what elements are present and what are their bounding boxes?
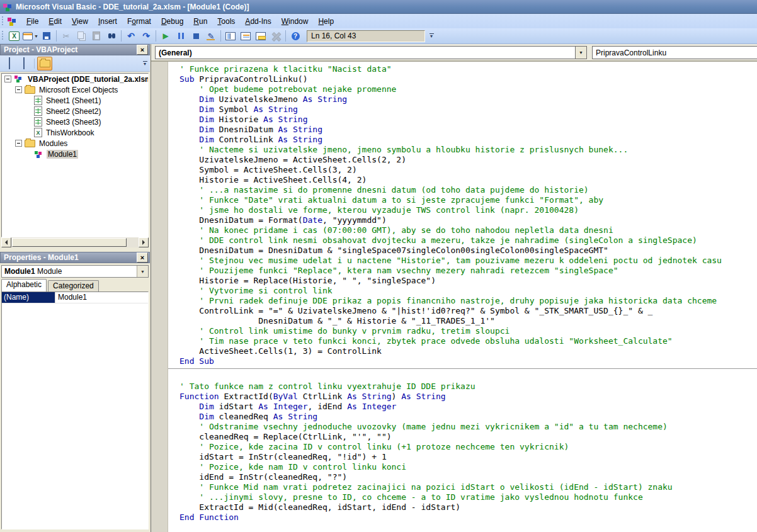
toolbar-separator (156, 30, 156, 42)
help-icon[interactable] (288, 30, 302, 42)
menu-help[interactable]: Help (313, 15, 339, 28)
tree-item-sheet2-sheet2[interactable]: Sheet2 (Sheet2) (2, 106, 148, 116)
object-dropdown-value: (General) (156, 48, 575, 57)
workbook-icon (34, 128, 42, 137)
tree-item-vbaproject-dde-tutorial-2a-xlsm[interactable]: VBAProject (DDE_tutorial_2a.xlsm) (2, 74, 148, 84)
menu-window[interactable]: Window (276, 15, 314, 28)
menu-run[interactable]: Run (188, 15, 212, 28)
project-explorer-icon[interactable] (224, 30, 237, 42)
code-line: ' Vytvorime si control link (179, 286, 757, 296)
menu-debug[interactable]: Debug (156, 15, 188, 28)
object-selector-dropdown[interactable]: Module1 Module ▼ (1, 265, 149, 278)
code-line (179, 371, 757, 382)
tree-item-sheet1-sheet1[interactable]: Sheet1 (Sheet1) (2, 95, 148, 106)
tree-item-modules[interactable]: Modules (2, 138, 148, 149)
code-line: ' Tato funkce nam z control linku vyextr… (179, 382, 757, 392)
view-object-glyph (23, 58, 25, 69)
project-toolbar-options-icon[interactable] (141, 61, 149, 66)
object-dropdown[interactable]: (General) ▼ (155, 46, 587, 59)
procedure-dropdown-value: PripravaControlLinku (593, 48, 757, 57)
procedure-dropdown[interactable]: PripravaControlLinku (592, 46, 757, 59)
insert-userform-dropdown-arrow-icon[interactable]: ▼ (33, 34, 39, 38)
view-code-icon[interactable] (3, 57, 16, 70)
run-sub-icon[interactable] (159, 30, 173, 42)
tree-item-label: ThisWorkbook (45, 128, 95, 137)
toolbar-separator (220, 30, 221, 42)
project-close-icon[interactable]: × (137, 45, 148, 55)
standard-toolbar: ▼ Ln 16, Col 43 (0, 28, 757, 44)
toggle-folders-icon[interactable] (37, 57, 52, 71)
menu-file[interactable]: File (21, 15, 43, 28)
project-explorer-panel: Project - VBAProject × VBAProject (DDE_t… (0, 44, 150, 248)
code-line: Function ExtractId(ByVal CtrlLink As Str… (179, 392, 757, 402)
menu-drag-handle[interactable] (1, 16, 4, 26)
tab-categorized[interactable]: Categorized (48, 280, 99, 291)
redo-icon[interactable] (139, 30, 153, 42)
code-line: ' Stejnou vec musime udelat i u nactene … (179, 256, 757, 266)
property-value[interactable]: Module1 (55, 292, 148, 303)
code-margin-indicator-bar[interactable] (151, 62, 168, 532)
code-line: ' DDE control link nesmi obsahovat dvojt… (179, 235, 757, 246)
tree-item-module1[interactable]: Module1 (2, 149, 148, 159)
collapse-icon[interactable] (4, 76, 11, 82)
reset-icon[interactable] (189, 30, 203, 42)
code-line: ' Funkce Mid nam vrati podretez zacinaji… (179, 482, 757, 492)
project-icon (14, 75, 24, 83)
toolbar-drag-handle[interactable] (1, 31, 4, 41)
scroll-right-icon[interactable] (139, 237, 149, 247)
properties-panel: Properties - Module1 × Module1 Module ▼ … (0, 252, 150, 532)
object-dropdown-arrow-icon[interactable]: ▼ (575, 47, 586, 59)
code-line: ' Control link umistime do bunky v prvni… (179, 326, 757, 336)
procedure-separator (179, 366, 757, 371)
code-line: ActiveSheet.Cells(1, 3) = ControlLink (179, 346, 757, 356)
menu-edit[interactable]: Edit (43, 15, 67, 28)
project-tree[interactable]: VBAProject (DDE_tutorial_2a.xlsm)Microso… (1, 73, 149, 237)
toolbar-options-icon[interactable] (428, 33, 435, 38)
scroll-left-icon[interactable] (1, 237, 11, 247)
tree-item-thisworkbook[interactable]: ThisWorkbook (2, 127, 148, 138)
tab-alphabetic[interactable]: Alphabetic (1, 279, 47, 291)
module-icon (34, 150, 44, 158)
tree-item-sheet3-sheet3[interactable]: Sheet3 (Sheet3) (2, 116, 148, 127)
property-name[interactable]: (Name) (2, 292, 55, 303)
properties-grid: (Name)Module1 (1, 291, 149, 529)
tree-item-microsoft-excel-objects[interactable]: Microsoft Excel Objects (2, 84, 148, 95)
property-row[interactable]: (Name)Module1 (2, 292, 148, 303)
code-line: Historie = ActiveSheet.Cells(4, 2) (179, 175, 757, 185)
view-microsoft-excel-icon[interactable] (9, 31, 20, 41)
undo-icon[interactable] (124, 30, 138, 42)
tree-item-label: Modules (38, 139, 69, 148)
menu-insert[interactable]: Insert (93, 15, 122, 28)
view-object-icon[interactable] (17, 57, 31, 70)
object-browser-icon[interactable] (254, 30, 268, 42)
menu-addins[interactable]: Add-Ins (240, 15, 276, 28)
properties-window-icon[interactable] (239, 30, 253, 42)
code-line: End Function (179, 512, 757, 523)
tree-item-label: Module1 (47, 150, 78, 159)
object-selector-arrow-icon[interactable]: ▼ (137, 266, 148, 277)
menu-view[interactable]: View (67, 15, 93, 28)
sheet-icon (34, 96, 42, 105)
code-line: Dim idStart As Integer, idEnd As Integer (179, 402, 757, 412)
code-line: ' Prvni radek definuje DDE prikaz a popi… (179, 296, 757, 306)
toolbar-separator (56, 30, 57, 42)
scrollbar-thumb[interactable] (12, 238, 127, 247)
break-icon[interactable] (174, 30, 188, 42)
insert-userform-icon[interactable] (23, 32, 33, 40)
menu-tools[interactable]: Tools (212, 15, 240, 28)
find-icon[interactable] (105, 30, 118, 42)
collapse-icon[interactable] (15, 140, 22, 147)
design-mode-icon[interactable] (204, 30, 218, 42)
code-editor[interactable]: ' Funkce prirazena k tlacitku "Nacist da… (168, 62, 757, 532)
save-icon[interactable] (40, 30, 54, 42)
collapse-icon[interactable] (15, 86, 22, 93)
object-name: Module1 (4, 267, 35, 276)
tree-item-label: Microsoft Excel Objects (38, 86, 119, 94)
code-line: ControlLink = "=" & UzivatelskeJmeno & "… (179, 306, 757, 316)
toolbar-separator (121, 30, 122, 42)
properties-panel-title: Properties - Module1 (4, 253, 79, 262)
code-line: idStart = InStr(cleanedReq, "!id") + 1 (179, 452, 757, 462)
properties-close-icon[interactable]: × (137, 252, 148, 263)
app-icon (3, 3, 13, 11)
menu-format[interactable]: Format (122, 15, 156, 28)
